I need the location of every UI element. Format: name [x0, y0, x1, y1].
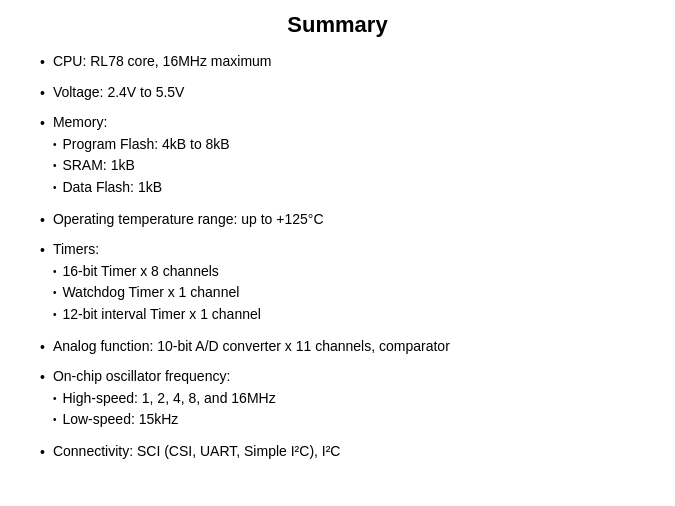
- sub-bullet-icon: •: [53, 392, 57, 406]
- sub-item-text: 12-bit interval Timer x 1 channel: [62, 305, 260, 325]
- sub-bullet-icon: •: [53, 286, 57, 300]
- bullet-icon: •: [40, 84, 45, 104]
- list-item: •Voltage: 2.4V to 5.5V: [40, 83, 635, 104]
- sub-bullet-icon: •: [53, 181, 57, 195]
- sub-bullet-icon: •: [53, 308, 57, 322]
- page-container: Summary •CPU: RL78 core, 16MHz maximum•V…: [0, 0, 675, 506]
- sub-bullet-icon: •: [53, 413, 57, 427]
- sub-list-item: •Watchdog Timer x 1 channel: [53, 283, 635, 303]
- sub-list-item: •Low-speed: 15kHz: [53, 410, 635, 430]
- list-item: •On-chip oscillator frequency:•High-spee…: [40, 367, 635, 432]
- bullet-icon: •: [40, 114, 45, 134]
- bullet-icon: •: [40, 241, 45, 261]
- sub-item-text: High-speed: 1, 2, 4, 8, and 16MHz: [62, 389, 275, 409]
- sub-item-text: SRAM: 1kB: [62, 156, 134, 176]
- item-text: Analog function: 10-bit A/D converter x …: [53, 338, 450, 354]
- summary-list: •CPU: RL78 core, 16MHz maximum•Voltage: …: [40, 52, 635, 463]
- item-text: Memory:: [53, 114, 107, 130]
- list-item: •Timers:•16-bit Timer x 8 channels•Watch…: [40, 240, 635, 326]
- list-item: •CPU: RL78 core, 16MHz maximum: [40, 52, 635, 73]
- item-text: Timers:: [53, 241, 99, 257]
- list-item: •Memory:•Program Flash: 4kB to 8kB•SRAM:…: [40, 113, 635, 199]
- item-text: Connectivity: SCI (CSI, UART, Simple I²C…: [53, 443, 341, 459]
- sub-list: •High-speed: 1, 2, 4, 8, and 16MHz•Low-s…: [53, 389, 635, 430]
- item-content: Operating temperature range: up to +125°…: [53, 210, 635, 230]
- sub-list-item: •Program Flash: 4kB to 8kB: [53, 135, 635, 155]
- item-text: On-chip oscillator frequency:: [53, 368, 230, 384]
- sub-item-text: Data Flash: 1kB: [62, 178, 162, 198]
- item-content: CPU: RL78 core, 16MHz maximum: [53, 52, 635, 72]
- sub-list-item: •12-bit interval Timer x 1 channel: [53, 305, 635, 325]
- bullet-icon: •: [40, 211, 45, 231]
- item-content: Voltage: 2.4V to 5.5V: [53, 83, 635, 103]
- sub-list-item: •High-speed: 1, 2, 4, 8, and 16MHz: [53, 389, 635, 409]
- sub-list-item: •Data Flash: 1kB: [53, 178, 635, 198]
- sub-list: •16-bit Timer x 8 channels•Watchdog Time…: [53, 262, 635, 325]
- bullet-icon: •: [40, 53, 45, 73]
- sub-list-item: •SRAM: 1kB: [53, 156, 635, 176]
- list-item: •Connectivity: SCI (CSI, UART, Simple I²…: [40, 442, 635, 463]
- bullet-icon: •: [40, 368, 45, 388]
- sub-item-text: Low-speed: 15kHz: [62, 410, 178, 430]
- item-content: Timers:•16-bit Timer x 8 channels•Watchd…: [53, 240, 635, 326]
- sub-bullet-icon: •: [53, 138, 57, 152]
- sub-item-text: 16-bit Timer x 8 channels: [62, 262, 218, 282]
- item-text: CPU: RL78 core, 16MHz maximum: [53, 53, 272, 69]
- item-text: Voltage: 2.4V to 5.5V: [53, 84, 185, 100]
- item-content: Connectivity: SCI (CSI, UART, Simple I²C…: [53, 442, 635, 462]
- bullet-icon: •: [40, 443, 45, 463]
- list-item: •Analog function: 10-bit A/D converter x…: [40, 337, 635, 358]
- sub-item-text: Watchdog Timer x 1 channel: [62, 283, 239, 303]
- sub-list-item: •16-bit Timer x 8 channels: [53, 262, 635, 282]
- sub-bullet-icon: •: [53, 159, 57, 173]
- sub-list: •Program Flash: 4kB to 8kB•SRAM: 1kB•Dat…: [53, 135, 635, 198]
- item-content: Analog function: 10-bit A/D converter x …: [53, 337, 635, 357]
- list-item: •Operating temperature range: up to +125…: [40, 210, 635, 231]
- item-content: On-chip oscillator frequency:•High-speed…: [53, 367, 635, 432]
- bullet-icon: •: [40, 338, 45, 358]
- sub-item-text: Program Flash: 4kB to 8kB: [62, 135, 229, 155]
- item-text: Operating temperature range: up to +125°…: [53, 211, 324, 227]
- item-content: Memory:•Program Flash: 4kB to 8kB•SRAM: …: [53, 113, 635, 199]
- page-title: Summary: [40, 12, 635, 38]
- sub-bullet-icon: •: [53, 265, 57, 279]
